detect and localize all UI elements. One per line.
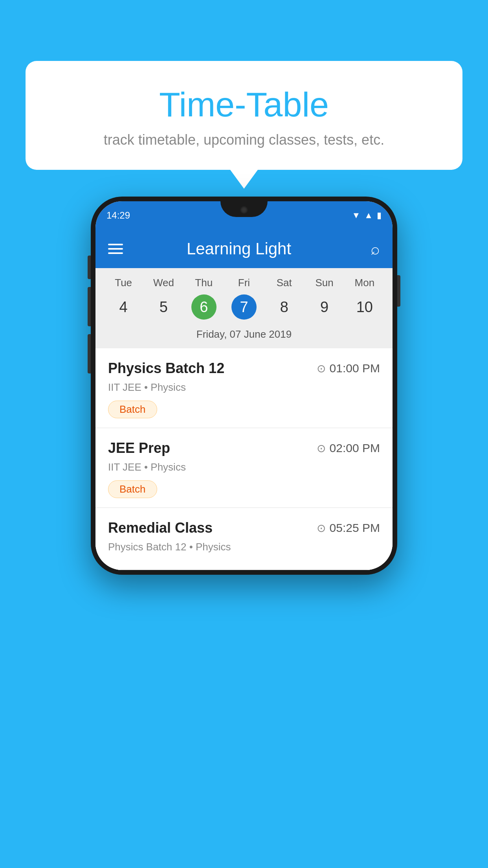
event-badge: Batch xyxy=(108,401,157,418)
day-number[interactable]: 4 xyxy=(111,294,136,320)
power-button xyxy=(397,275,400,307)
day-name: Wed xyxy=(153,277,174,289)
day-number[interactable]: 7 xyxy=(231,294,257,320)
status-bar: 14:29 ▼ ▲ ▮ xyxy=(95,201,393,230)
event-badge: Batch xyxy=(108,480,157,498)
day-name: Sun xyxy=(315,277,333,289)
event-item-0[interactable]: Physics Batch 12⊙01:00 PMIIT JEE • Physi… xyxy=(95,348,393,428)
day-number[interactable]: 8 xyxy=(272,294,297,320)
app-header: Learning Light ⌕ xyxy=(95,230,393,268)
status-icons: ▼ ▲ ▮ xyxy=(352,210,382,221)
phone-screen: 14:29 ▼ ▲ ▮ Learning Light ⌕ xyxy=(95,201,393,570)
silent-button xyxy=(88,334,91,373)
day-number[interactable]: 5 xyxy=(151,294,176,320)
notch-cutout xyxy=(220,201,268,217)
event-time: ⊙01:00 PM xyxy=(317,362,380,375)
calendar-day-9[interactable]: Sun9 xyxy=(304,277,344,320)
wifi-icon: ▼ xyxy=(352,210,360,221)
clock-icon: ⊙ xyxy=(317,442,326,455)
calendar-day-8[interactable]: Sat8 xyxy=(264,277,304,320)
event-time-text: 05:25 PM xyxy=(330,521,380,535)
event-title: Physics Batch 12 xyxy=(108,360,224,377)
bubble-subtitle: track timetable, upcoming classes, tests… xyxy=(49,132,439,148)
event-item-1[interactable]: JEE Prep⊙02:00 PMIIT JEE • PhysicsBatch xyxy=(95,428,393,508)
event-meta: IIT JEE • Physics xyxy=(108,461,380,473)
speech-bubble-container: Time-Table track timetable, upcoming cla… xyxy=(26,61,462,170)
day-name: Tue xyxy=(115,277,132,289)
day-number[interactable]: 9 xyxy=(312,294,337,320)
bubble-title: Time-Table xyxy=(49,85,439,125)
selected-date-label: Friday, 07 June 2019 xyxy=(95,324,393,348)
calendar-day-6[interactable]: Thu6 xyxy=(184,277,224,320)
event-time: ⊙05:25 PM xyxy=(317,521,380,535)
event-time-text: 01:00 PM xyxy=(330,362,380,375)
phone-container: 14:29 ▼ ▲ ▮ Learning Light ⌕ xyxy=(26,197,462,575)
day-name: Sat xyxy=(277,277,292,289)
speech-bubble: Time-Table track timetable, upcoming cla… xyxy=(26,61,462,170)
clock-icon: ⊙ xyxy=(317,362,326,375)
front-camera xyxy=(240,206,248,214)
status-time: 14:29 xyxy=(106,210,130,221)
volume-up-button xyxy=(88,256,91,279)
clock-icon: ⊙ xyxy=(317,522,326,535)
volume-down-button xyxy=(88,287,91,326)
search-icon[interactable]: ⌕ xyxy=(371,240,380,258)
battery-icon: ▮ xyxy=(377,210,382,221)
calendar-day-7[interactable]: Fri7 xyxy=(224,277,264,320)
event-header: JEE Prep⊙02:00 PM xyxy=(108,440,380,456)
day-number[interactable]: 6 xyxy=(191,294,216,320)
calendar-day-5[interactable]: Wed5 xyxy=(143,277,183,320)
day-number[interactable]: 10 xyxy=(352,294,377,320)
days-row: Tue4Wed5Thu6Fri7Sat8Sun9Mon10 xyxy=(95,268,393,324)
event-title: JEE Prep xyxy=(108,440,170,456)
calendar-day-4[interactable]: Tue4 xyxy=(103,277,143,320)
events-section: Physics Batch 12⊙01:00 PMIIT JEE • Physi… xyxy=(95,348,393,570)
event-meta: Physics Batch 12 • Physics xyxy=(108,541,380,553)
event-header: Remedial Class⊙05:25 PM xyxy=(108,520,380,536)
event-item-2[interactable]: Remedial Class⊙05:25 PMPhysics Batch 12 … xyxy=(95,508,393,570)
calendar-day-10[interactable]: Mon10 xyxy=(345,277,385,320)
phone-mockup: 14:29 ▼ ▲ ▮ Learning Light ⌕ xyxy=(91,197,397,575)
calendar-section: Tue4Wed5Thu6Fri7Sat8Sun9Mon10 Friday, 07… xyxy=(95,268,393,348)
app-title: Learning Light xyxy=(107,239,371,258)
event-time-text: 02:00 PM xyxy=(330,441,380,455)
event-time: ⊙02:00 PM xyxy=(317,441,380,455)
day-name: Mon xyxy=(355,277,375,289)
day-name: Fri xyxy=(238,277,250,289)
event-meta: IIT JEE • Physics xyxy=(108,381,380,394)
event-header: Physics Batch 12⊙01:00 PM xyxy=(108,360,380,377)
event-title: Remedial Class xyxy=(108,520,213,536)
signal-icon: ▲ xyxy=(364,210,373,221)
day-name: Thu xyxy=(195,277,213,289)
